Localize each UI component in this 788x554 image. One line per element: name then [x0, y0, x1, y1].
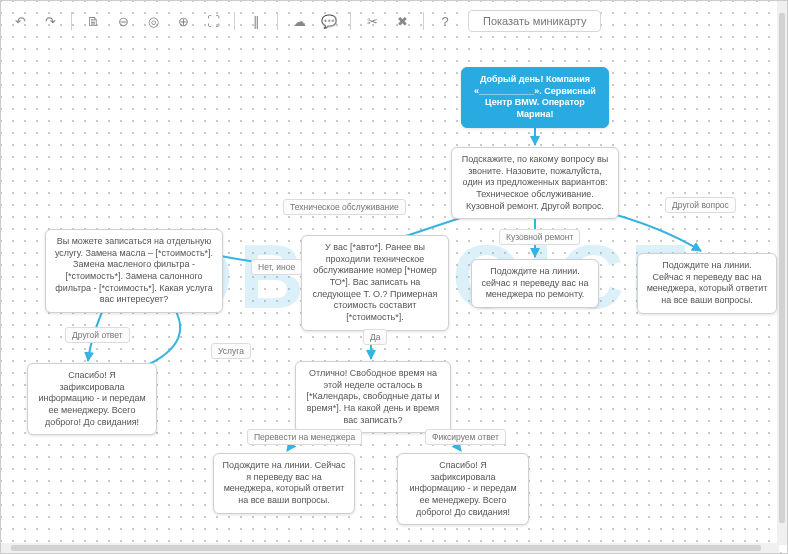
- redo-icon[interactable]: ↷: [37, 9, 63, 33]
- comment-icon[interactable]: 💬: [316, 9, 342, 33]
- node-transfer[interactable]: Подождите на линии. Сейчас я переведу ва…: [213, 453, 355, 514]
- undo-icon[interactable]: ↶: [7, 9, 33, 33]
- delete-icon[interactable]: ✖: [389, 9, 415, 33]
- toolbar: ↶ ↷ 🗎 ⊖ ◎ ⊕ ⛶ ‖ ☁ 💬 ✂ ✖ ? Показать миник…: [1, 5, 787, 37]
- help-icon[interactable]: ?: [432, 9, 458, 33]
- node-root[interactable]: Добрый день! Компания «___________». Сер…: [461, 67, 609, 128]
- edge-label-other: Другой вопрос: [665, 197, 736, 213]
- edge-label-bodyshop: Кузовной ремонт: [499, 229, 580, 245]
- pause-icon[interactable]: ‖: [243, 9, 269, 33]
- cloud-icon[interactable]: ☁: [286, 9, 312, 33]
- scrollbar-horizontal[interactable]: [1, 543, 779, 553]
- edge-label-service: Услуга: [211, 343, 251, 359]
- node-schedule[interactable]: Отлично! Свободное время на этой неделе …: [295, 361, 451, 433]
- node-thanks2[interactable]: Спасибо! Я зафиксировала информацию - и …: [397, 453, 529, 525]
- zoom-out-icon[interactable]: ⊖: [110, 9, 136, 33]
- toolbar-separator: [277, 12, 278, 30]
- toolbar-separator: [234, 12, 235, 30]
- scrollbar-vertical-thumb[interactable]: [779, 13, 785, 523]
- node-bodyshop[interactable]: Подождите на линии. сейчас я переведу ва…: [471, 259, 599, 308]
- node-tech[interactable]: У вас [*авто*]. Ранее вы проходили техни…: [301, 235, 449, 331]
- toolbar-separator: [423, 12, 424, 30]
- edge-label-tech-service: Техническое обслуживание: [283, 199, 406, 215]
- toolbar-separator: [71, 12, 72, 30]
- edge-label-to-manager: Перевести на менеджера: [247, 429, 362, 445]
- app-frame: ROBOVOICE: [0, 0, 788, 554]
- toolbar-separator: [350, 12, 351, 30]
- fit-icon[interactable]: ⛶: [200, 9, 226, 33]
- edge-label-yes: Да: [363, 329, 387, 345]
- edge-label-other-answer: Другой ответ: [65, 327, 130, 343]
- node-thanks1[interactable]: Спасибо! Я зафиксировала информацию - и …: [27, 363, 157, 435]
- new-page-icon[interactable]: 🗎: [80, 9, 106, 33]
- zoom-reset-icon[interactable]: ◎: [140, 9, 166, 33]
- node-other[interactable]: Подождите на линии. Сейчас я переведу ва…: [637, 253, 777, 314]
- edge-label-no-other: Нет, иное: [251, 259, 302, 275]
- zoom-in-icon[interactable]: ⊕: [170, 9, 196, 33]
- scrollbar-horizontal-thumb[interactable]: [11, 545, 761, 551]
- node-question[interactable]: Подскажите, по какому вопросу вы звоните…: [451, 147, 619, 219]
- cut-icon[interactable]: ✂: [359, 9, 385, 33]
- node-services[interactable]: Вы можете записаться на отдельную услугу…: [45, 229, 223, 313]
- scrollbar-vertical[interactable]: [777, 1, 787, 545]
- show-minimap-button[interactable]: Показать миникарту: [468, 10, 601, 32]
- edge-label-fix-answer: Фиксируем ответ: [425, 429, 506, 445]
- canvas[interactable]: ROBOVOICE: [1, 1, 787, 553]
